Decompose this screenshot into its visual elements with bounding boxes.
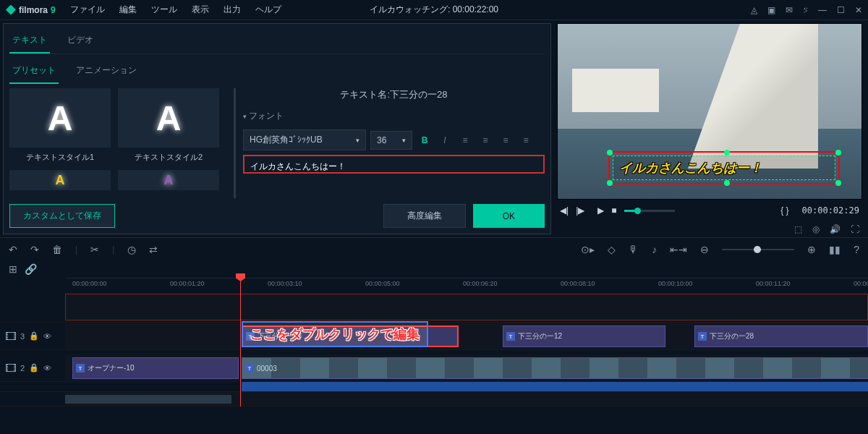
- help-button[interactable]: ?: [854, 244, 859, 255]
- film-icon: [6, 332, 16, 340]
- align-justify-button[interactable]: ≡: [518, 132, 534, 148]
- track-3-label: 3: [20, 332, 25, 341]
- playhead[interactable]: [240, 278, 241, 407]
- styles-column: A テキストスタイル1 A A テキストスタイル2 A: [9, 88, 226, 198]
- text-properties: テキスト名:下三分の一28 フォント HG創英角ｺﾞｼｯｸUB▾ 36▾ B I…: [234, 88, 545, 198]
- play-button[interactable]: ▶: [597, 205, 604, 216]
- eye-icon[interactable]: 👁: [43, 364, 51, 373]
- eye-icon[interactable]: 👁: [43, 332, 51, 341]
- advanced-button[interactable]: 高度編集: [383, 204, 466, 228]
- titlebar: filmora9 ファイル 編集 ツール 表示 出力 ヘルプ イルカウォッチング…: [0, 0, 868, 20]
- text-name-label: テキスト名:下三分の一28: [243, 88, 545, 101]
- track-3: 3 🔒 👁 ここをダブルクリックで編集 T下三分の一28T下三分の一12T下三分…: [0, 323, 868, 350]
- preview-viewport[interactable]: イルカさんこんちはー！: [557, 23, 862, 200]
- align-left-button[interactable]: ≡: [457, 132, 473, 148]
- next-frame-button[interactable]: |▶: [576, 205, 584, 216]
- lock-icon[interactable]: 🔒: [29, 363, 39, 373]
- style-label-1: テキストスタイル1: [9, 148, 111, 167]
- delete-button[interactable]: 🗑: [52, 244, 62, 255]
- empty-track: [0, 292, 868, 323]
- text-input[interactable]: イルカさんこんちはー！: [243, 155, 545, 174]
- timeline-toolbar: ↶ ↷ 🗑 | ✂ | ◷ ⇄ ⊙▸ ◇ 🎙 ♪ ⇤⇥ ⊖ ⊕ ▮▮ ?: [0, 237, 868, 260]
- render-button[interactable]: ⊙▸: [581, 244, 595, 255]
- italic-button[interactable]: I: [437, 132, 453, 148]
- tab-video[interactable]: ビデオ: [64, 30, 96, 54]
- view-mode-button[interactable]: ▮▮: [829, 244, 841, 255]
- logo-icon: [6, 5, 16, 15]
- bold-button[interactable]: B: [417, 132, 433, 148]
- save-custom-button[interactable]: カスタムとして保存: [9, 204, 115, 228]
- loop-markers[interactable]: { }: [780, 205, 788, 216]
- edit-annotation: ここをダブルクリックで編集: [242, 321, 428, 347]
- fullscreen-icon[interactable]: ⛶: [851, 224, 859, 234]
- link-button[interactable]: 🔗: [25, 263, 37, 275]
- tab-preset[interactable]: プリセット: [9, 60, 59, 84]
- film-icon: [6, 364, 16, 372]
- menu-output[interactable]: 出力: [218, 1, 247, 19]
- align-right-button[interactable]: ≡: [498, 132, 514, 148]
- snapshot-icon[interactable]: ◎: [812, 224, 820, 234]
- style-label-2: テキストスタイル2: [118, 148, 219, 167]
- zoom-in-button[interactable]: ⊕: [807, 244, 816, 255]
- app-name: filmora: [19, 5, 48, 15]
- prev-frame-button[interactable]: ◀|: [560, 205, 569, 216]
- menu-tool[interactable]: ツール: [145, 1, 183, 19]
- stop-button[interactable]: ■: [611, 205, 616, 216]
- app-logo: filmora9: [6, 5, 56, 15]
- preview-panel: イルカさんこんちはー！ ◀| |▶ ▶ ■ { } 00:00:02:29 ⬚ …: [554, 20, 865, 237]
- mail-icon[interactable]: ✉: [786, 5, 793, 15]
- save-icon[interactable]: ▣: [767, 5, 775, 15]
- menu-file[interactable]: ファイル: [64, 1, 111, 19]
- ok-button[interactable]: OK: [473, 204, 545, 228]
- audio-strip: [0, 382, 868, 392]
- main-menu: ファイル 編集 ツール 表示 出力 ヘルプ: [64, 1, 287, 19]
- cut-button[interactable]: ✂: [90, 244, 99, 255]
- zoom-out-button[interactable]: ⊖: [700, 244, 709, 255]
- project-title: イルカウォッチング: 00:00:22:00: [370, 4, 498, 16]
- redo-button[interactable]: ↷: [30, 244, 39, 255]
- menu-help[interactable]: ヘルプ: [250, 1, 287, 19]
- undo-button[interactable]: ↶: [9, 244, 17, 255]
- zoom-slider[interactable]: [722, 249, 794, 250]
- text-overlay-box[interactable]: イルカさんこんちはー！: [608, 151, 840, 184]
- audio-button[interactable]: ♪: [652, 244, 657, 255]
- scroll-strip: [0, 392, 868, 407]
- maximize-icon[interactable]: ☐: [837, 5, 845, 15]
- timeline-clip[interactable]: Tオープナー-10: [72, 357, 239, 379]
- menu-edit[interactable]: 編集: [114, 1, 142, 19]
- font-section-header[interactable]: フォント: [243, 107, 545, 125]
- lock-icon[interactable]: 🔒: [29, 331, 39, 341]
- mic-icon[interactable]: ⍩: [803, 5, 808, 15]
- display-icon[interactable]: ⬚: [794, 224, 802, 234]
- text-editor-panel: テキスト ビデオ プリセット アニメーション A テキストスタイル1 A A テ…: [3, 23, 551, 234]
- timeline: ⊞ 🔗 00:00:00:0000:00:01:2000:00:03:1000:…: [0, 260, 868, 434]
- add-track-button[interactable]: ⊞: [9, 263, 17, 275]
- style-card-2[interactable]: A テキストスタイル2 A: [118, 88, 219, 190]
- user-icon[interactable]: ◬: [751, 5, 757, 15]
- settings-button[interactable]: ⇄: [149, 244, 158, 255]
- style-card-1[interactable]: A テキストスタイル1 A: [9, 88, 111, 190]
- minimize-icon[interactable]: —: [818, 5, 827, 15]
- playback-controls: ◀| |▶ ▶ ■ { } 00:00:02:29: [557, 200, 862, 221]
- timeline-clip[interactable]: T下三分の一28: [694, 326, 868, 347]
- record-button[interactable]: 🎙: [629, 244, 639, 255]
- timeline-clip[interactable]: T下三分の一12: [503, 326, 665, 347]
- h-scrollbar[interactable]: [65, 395, 231, 404]
- tab-animation[interactable]: アニメーション: [73, 60, 140, 84]
- app-version: 9: [51, 5, 56, 15]
- crop-button[interactable]: ⇤⇥: [670, 244, 687, 255]
- overlay-text[interactable]: イルカさんこんちはー！: [613, 156, 835, 180]
- size-select[interactable]: 36▾: [370, 131, 412, 150]
- track-2-label: 2: [20, 364, 25, 373]
- speed-button[interactable]: ◷: [127, 244, 136, 255]
- speaker-icon[interactable]: 🔊: [830, 224, 841, 234]
- menu-view[interactable]: 表示: [186, 1, 215, 19]
- close-icon[interactable]: ✕: [855, 5, 862, 15]
- align-center-button[interactable]: ≡: [477, 132, 493, 148]
- tab-text[interactable]: テキスト: [9, 30, 50, 54]
- volume-slider[interactable]: [624, 210, 675, 212]
- timeline-clip[interactable]: T00003: [242, 357, 868, 379]
- time-ruler[interactable]: 00:00:00:0000:00:01:2000:00:03:1000:00:0…: [65, 278, 868, 292]
- font-select[interactable]: HG創英角ｺﾞｼｯｸUB▾: [243, 129, 366, 150]
- marker-button[interactable]: ◇: [608, 244, 616, 255]
